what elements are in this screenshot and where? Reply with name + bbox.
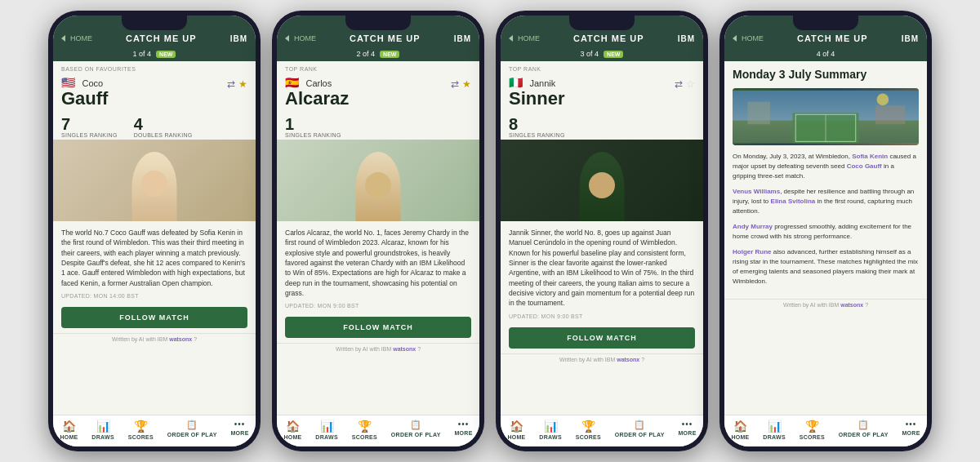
andy-murray-link[interactable]: Andy Murray xyxy=(733,223,773,230)
nav-order-4[interactable]: 📋ORDER OF PLAY xyxy=(839,420,889,440)
nav-order-2[interactable]: 📋ORDER OF PLAY xyxy=(391,420,441,440)
chevron-left-icon-3 xyxy=(509,35,513,42)
nav-home-2[interactable]: 🏠HOME xyxy=(283,420,301,440)
nav-order-3[interactable]: 📋ORDER OF PLAY xyxy=(615,420,665,440)
back-nav-4[interactable]: HOME xyxy=(733,34,764,42)
nav-more-3[interactable]: •••MORE xyxy=(678,420,696,440)
watson-help-icon-3[interactable]: ? xyxy=(641,357,644,362)
filter-icon-1[interactable]: ⇄ xyxy=(227,78,235,90)
more-nav-icon-2: ••• xyxy=(458,420,470,429)
svg-point-7 xyxy=(877,93,889,105)
home-nav-icon-3: 🏠 xyxy=(510,420,523,433)
nav-scores-2[interactable]: 🏆SCORES xyxy=(352,420,377,440)
follow-btn-1[interactable]: FOLLOW MATCH xyxy=(61,307,247,328)
nav-scores-1[interactable]: 🏆SCORES xyxy=(128,420,154,440)
watson-help-icon-1[interactable]: ? xyxy=(194,336,197,342)
player-header-1: 🇺🇸 Coco Gauff ⇄ ★ xyxy=(53,73,256,113)
ibm-logo-1: IBM xyxy=(230,34,247,43)
watsonx-label-3: watsonx xyxy=(617,357,639,362)
summary-para-4: Holger Rune also advanced, further estab… xyxy=(733,247,919,287)
description-3: Jannik Sinner, the world No. 8, goes up … xyxy=(501,221,703,312)
player-image-2 xyxy=(277,140,479,221)
phone-2-content[interactable]: TOP RANK 🇪🇸 Carlos Alcaraz ⇄ ★ xyxy=(277,61,479,415)
nav-home-4[interactable]: 🏠HOME xyxy=(731,420,749,440)
venus-williams-link[interactable]: Venus Williams xyxy=(733,188,780,195)
pagination-1: 1 of 4 NEW xyxy=(53,48,256,61)
svg-rect-5 xyxy=(747,101,770,124)
watson-footer-4: Written by AI with IBM watsonx ? xyxy=(724,299,927,310)
elina-svitolina-link[interactable]: Elina Svitolina xyxy=(771,198,816,205)
star-icon-2[interactable]: ★ xyxy=(462,78,471,90)
watson-help-icon-2[interactable]: ? xyxy=(417,346,421,352)
bottom-nav-1: 🏠HOME 📊DRAWS 🏆SCORES 📋ORDER OF PLAY •••M… xyxy=(53,415,256,446)
singles-rank-label-1: SINGLES RANKING xyxy=(61,132,118,138)
header-title-1: CATCH ME UP xyxy=(126,33,197,43)
phone-3-content[interactable]: TOP RANK 🇮🇹 Jannik Sinner ⇄ ☆ xyxy=(501,61,703,415)
summary-para-1: On Monday, July 3, 2023, at Wimbledon, S… xyxy=(733,152,919,181)
nav-scores-4[interactable]: 🏆SCORES xyxy=(800,420,825,440)
singles-rank-num-2: 1 xyxy=(285,116,341,132)
phone-4-content[interactable]: Monday 3 July Summary xyxy=(724,61,927,415)
rankings-row-3: 8 SINGLES RANKING xyxy=(501,113,703,140)
sofia-kenin-link[interactable]: Sofia Kenin xyxy=(852,153,888,160)
header-title-2: CATCH ME UP xyxy=(350,33,421,43)
player-first-name-3: Jannik xyxy=(529,78,555,88)
summary-image xyxy=(733,88,919,145)
coco-gauff-link[interactable]: Coco Gauff xyxy=(847,162,882,170)
update-time-2: UPDATED: MON 9:00 BST xyxy=(277,301,479,313)
home-nav-icon-1: 🏠 xyxy=(62,420,76,433)
doubles-ranking-1: 4 DOUBLES RANKING xyxy=(134,116,193,138)
star-icon-1[interactable]: ★ xyxy=(238,78,247,90)
nav-draws-2[interactable]: 📊DRAWS xyxy=(315,420,338,440)
new-badge-3: NEW xyxy=(604,51,623,58)
player-name-section-2: 🇪🇸 Carlos Alcaraz xyxy=(285,75,451,108)
pagination-2: 2 of 4 NEW xyxy=(277,48,479,61)
phone-3: HOME CATCH ME UP IBM 3 of 4 NEW TOP RANK… xyxy=(496,11,708,451)
filter-icon-3[interactable]: ⇄ xyxy=(675,78,683,90)
star-icon-3[interactable]: ☆ xyxy=(686,78,695,90)
nav-more-1[interactable]: •••MORE xyxy=(230,420,248,440)
nav-scores-3[interactable]: 🏆SCORES xyxy=(576,420,601,440)
card-label-3: TOP RANK xyxy=(501,61,703,73)
nav-draws-1[interactable]: 📊DRAWS xyxy=(91,420,114,440)
phone-1: HOME CATCH ME UP IBM 1 of 4 NEW BASED ON… xyxy=(48,11,261,451)
holger-rune-link[interactable]: Holger Rune xyxy=(733,248,772,255)
draws-nav-icon-3: 📊 xyxy=(544,420,558,433)
follow-btn-3[interactable]: FOLLOW MATCH xyxy=(509,327,695,349)
more-nav-icon-1: ••• xyxy=(234,420,246,429)
nav-more-2[interactable]: •••MORE xyxy=(454,420,472,440)
singles-rank-label-3: SINGLES RANKING xyxy=(509,132,565,138)
player-first-name-2: Carlos xyxy=(305,78,332,88)
home-label-1: HOME xyxy=(70,34,92,42)
singles-rank-num-1: 7 xyxy=(61,116,118,132)
summary-img-overlay xyxy=(733,88,919,145)
watson-text-1: Written by AI with IBM xyxy=(112,336,169,342)
nav-more-4[interactable]: •••MORE xyxy=(902,420,920,440)
nav-order-1[interactable]: 📋ORDER OF PLAY xyxy=(167,420,217,440)
nav-home-3[interactable]: 🏠HOME xyxy=(507,420,525,440)
phone-1-notch xyxy=(122,16,187,30)
scores-nav-icon-2: 🏆 xyxy=(358,420,372,433)
home-nav-icon-4: 🏠 xyxy=(733,420,747,433)
svg-rect-6 xyxy=(875,105,906,124)
watson-footer-3: Written by AI with IBM watsonx ? xyxy=(501,353,703,365)
nav-home-1[interactable]: 🏠HOME xyxy=(60,420,78,440)
follow-btn-2[interactable]: FOLLOW MATCH xyxy=(285,317,471,338)
pagination-text-1: 1 of 4 xyxy=(133,50,152,58)
nav-draws-4[interactable]: 📊DRAWS xyxy=(763,420,786,440)
back-nav-1[interactable]: HOME xyxy=(61,34,92,42)
player-header-2: 🇪🇸 Carlos Alcaraz ⇄ ★ xyxy=(277,73,479,113)
pagination-3: 3 of 4 NEW xyxy=(501,48,703,61)
back-nav-2[interactable]: HOME xyxy=(285,34,316,42)
summary-title: Monday 3 July Summary xyxy=(733,68,919,82)
nav-draws-3[interactable]: 📊DRAWS xyxy=(539,420,562,440)
new-badge-2: NEW xyxy=(380,51,399,58)
order-nav-icon-2: 📋 xyxy=(410,420,421,430)
filter-icon-2[interactable]: ⇄ xyxy=(451,78,459,90)
phone-1-content[interactable]: BASED ON FAVOURITES 🇺🇸 Coco Gauff ⇄ ★ xyxy=(53,61,256,415)
phone-3-screen: HOME CATCH ME UP IBM 3 of 4 NEW TOP RANK… xyxy=(501,16,703,446)
bottom-nav-3: 🏠HOME 📊DRAWS 🏆SCORES 📋ORDER OF PLAY •••M… xyxy=(501,415,703,446)
back-nav-3[interactable]: HOME xyxy=(509,34,540,42)
watson-help-icon-4[interactable]: ? xyxy=(865,302,868,308)
watson-text-4: Written by AI with IBM xyxy=(783,302,840,308)
